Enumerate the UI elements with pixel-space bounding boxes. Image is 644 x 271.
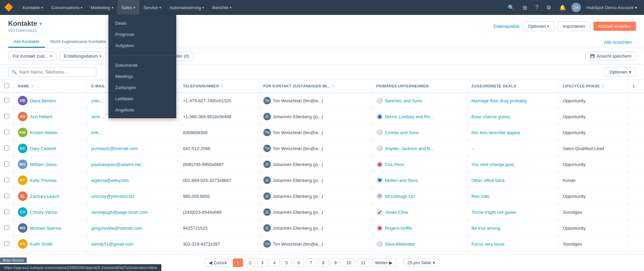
deal-link[interactable]: Focus very issue.	[471, 242, 506, 247]
page-button-11[interactable]: 11	[357, 258, 369, 267]
dropdown-item-dokumente[interactable]: Dokumente	[108, 60, 176, 71]
contact-name-link[interactable]: Ann Hebert	[30, 114, 53, 119]
settings-icon-button[interactable]: ⚙	[544, 0, 554, 15]
row-checkbox[interactable]	[4, 193, 9, 198]
deal-link[interactable]: --	[471, 146, 475, 151]
page-button-6[interactable]: 6	[294, 258, 304, 267]
col-lifecycle[interactable]: LIFECYCLE-PHASE ⇅	[559, 80, 629, 92]
apps-icon-button[interactable]: ⊞	[520, 0, 530, 15]
page-button-8[interactable]: 8	[318, 258, 328, 267]
contact-name-link[interactable]: William Glass	[30, 162, 57, 167]
user-avatar[interactable]: ZA	[571, 3, 581, 12]
row-checkbox[interactable]	[4, 130, 9, 134]
back-button[interactable]: ◀ Zurück	[205, 258, 231, 267]
contact-name-link[interactable]: Keith Smith	[30, 242, 53, 247]
tab-alle-kontakte[interactable]: Alle Kontakte	[8, 36, 45, 48]
contact-email-link[interactable]: paulvasquez@adams.net	[91, 162, 141, 167]
company-name-link[interactable]: Cox-Peck	[385, 162, 404, 167]
contact-email-link[interactable]: erik...	[91, 130, 102, 135]
search-input[interactable]	[8, 67, 96, 77]
contact-email-link[interactable]: wendy51@gmail.com	[91, 242, 133, 247]
import-button[interactable]: Importieren	[558, 21, 590, 31]
dropdown-item-aufgaben[interactable]: Aufgaben	[108, 40, 176, 51]
company-name-link[interactable]: Jones-Cline	[385, 210, 408, 215]
deal-link[interactable]: Be true among.	[471, 226, 502, 231]
page-button-4[interactable]: 4	[269, 258, 280, 267]
deal-link[interactable]: Red cold.	[471, 194, 490, 199]
per-page-selector[interactable]: 25 pro Seite ▾	[404, 258, 439, 267]
contact-email-link[interactable]: zsto...	[91, 98, 103, 103]
page-button-5[interactable]: 5	[282, 258, 292, 267]
nav-service[interactable]: Service ▾	[139, 0, 165, 15]
company-name-link[interactable]: Norris, Lindsey and Ro...	[385, 114, 434, 119]
company-name-link[interactable]: Sanchez and Sons	[385, 98, 422, 103]
search-icon-button[interactable]: 🔍	[505, 0, 517, 15]
nav-berichte[interactable]: Berichte ▾	[208, 0, 236, 15]
contact-email-link[interactable]: amb...	[91, 114, 103, 119]
contact-email-link[interactable]: gregoryvilla@hotmail.com	[91, 226, 142, 231]
help-icon-button[interactable]: ?	[532, 0, 541, 15]
col-company[interactable]: PRIMÄRES UNTERNEHMEN	[372, 80, 467, 92]
page-button-3[interactable]: 3	[257, 258, 267, 267]
row-checkbox[interactable]	[4, 225, 9, 230]
nav-automatisierung[interactable]: Automatisierung ▾	[165, 0, 208, 15]
row-checkbox[interactable]	[4, 114, 9, 119]
contact-name-link[interactable]: Michael Spence	[30, 226, 62, 231]
contact-name-link[interactable]: Dana Benton	[30, 98, 56, 103]
col-phone[interactable]: TELEFONNUMMER ⇅	[179, 80, 259, 92]
next-button[interactable]: Weiter ▶	[371, 258, 396, 267]
nav-kontakte[interactable]: Kontakte ▾	[19, 0, 47, 15]
contact-name-link[interactable]: Zachary Leach	[30, 194, 59, 199]
deal-link[interactable]: You next change goal.	[471, 162, 515, 167]
col-deals[interactable]: ZUGEORDNETE DEALS	[467, 80, 559, 92]
row-checkbox[interactable]	[4, 162, 9, 166]
page-button-2[interactable]: 2	[245, 258, 255, 267]
company-name-link[interactable]: Mullen and Sons	[385, 178, 418, 183]
company-name-link[interactable]: Combs and Sons	[385, 130, 419, 135]
deal-link[interactable]: Base chance guess.	[471, 114, 511, 119]
page-button-7[interactable]: 7	[306, 258, 316, 267]
contact-name-link[interactable]: Kelly Thomas	[30, 178, 57, 183]
company-name-link[interactable]: Mccullough Ltd	[385, 194, 415, 199]
account-switcher[interactable]: HubSpot Demo Account ▾	[584, 5, 640, 10]
data-quality-link[interactable]: Datenqualität	[494, 24, 520, 29]
nav-sales[interactable]: Sales ▾	[117, 0, 140, 15]
deal-link[interactable]: Throw might cell game.	[471, 210, 517, 215]
page-button-10[interactable]: 10	[343, 258, 355, 267]
dropdown-item-zahlungen[interactable]: Zahlungen	[108, 82, 176, 93]
table-options-button[interactable]: Optionen ▾	[605, 67, 636, 77]
deal-link[interactable]: Nor less describe appear.	[471, 130, 521, 135]
dropdown-item-leitfaden[interactable]: Leitfäden	[108, 93, 176, 104]
contact-email-link[interactable]: danielpugh@page-bush.com	[91, 210, 147, 215]
select-all-checkbox[interactable]	[4, 83, 9, 88]
row-checkbox[interactable]	[4, 241, 9, 246]
notifications-icon-button[interactable]: 🔔	[557, 0, 569, 15]
contact-name-link[interactable]: Gary Cantrell	[30, 146, 56, 151]
nav-marketing[interactable]: Marketing ▾	[86, 0, 117, 15]
row-checkbox[interactable]	[4, 178, 9, 182]
page-button-1[interactable]: 1	[233, 258, 243, 267]
row-checkbox[interactable]	[4, 98, 9, 103]
title-dropdown-icon[interactable]: ▾	[39, 21, 42, 26]
company-name-link[interactable]: Snyder, Jackson and B...	[385, 146, 434, 151]
company-name-link[interactable]: Rogers-Griffin	[385, 226, 412, 231]
col-name[interactable]: NAME ⇅	[14, 80, 87, 92]
dropdown-item-deals[interactable]: Deals	[108, 18, 176, 29]
contact-email-link[interactable]: wgarcia@wiley.info	[91, 178, 129, 183]
contact-email-link[interactable]: jschwartz@hotmail.com	[91, 146, 138, 151]
save-view-button[interactable]: 💾 Ansicht speichern	[586, 51, 636, 61]
col-owner[interactable]: FÜR KONTAKT ZUSTÄNDIGER MI... ⇅	[259, 80, 372, 92]
contact-name-link[interactable]: Kristen Weber	[30, 130, 58, 135]
contact-email-link[interactable]: umccoy@johnston.biz	[91, 194, 134, 199]
deal-link[interactable]: Other office back.	[471, 178, 506, 183]
dropdown-item-prognose[interactable]: Prognose	[108, 29, 176, 40]
tab-all-views[interactable]: Alle Ansichten	[600, 37, 636, 47]
deal-link[interactable]: Marriage floor drug probably.	[471, 98, 528, 103]
contact-name-link[interactable]: Christy Vance	[30, 210, 57, 215]
row-checkbox[interactable]	[4, 146, 9, 150]
options-button[interactable]: Optionen ▾	[523, 21, 555, 31]
filter-date-button[interactable]: Erstellungsdatum ▾	[60, 51, 106, 61]
create-contact-button[interactable]: Kontakt erstellen	[593, 22, 636, 31]
filter-owner-button[interactable]: Für Kontakt zust... ▾	[8, 51, 56, 61]
tab-nicht-zugewiesene[interactable]: Nicht zugewiesene Kontakte	[45, 36, 112, 48]
